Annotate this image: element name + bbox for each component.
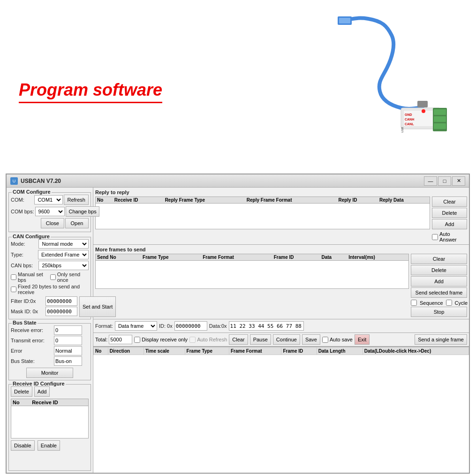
reply-col-reply-id: Reply ID bbox=[337, 197, 378, 204]
reply-buttons: Clear Delete Add Auto Answer bbox=[432, 196, 467, 242]
send-selected-frame-button[interactable]: Send selected frame bbox=[411, 287, 467, 298]
format-row: Format: Data frameRemote frame ID: 0x Da… bbox=[93, 319, 469, 333]
com-configure-label: COM Configure bbox=[12, 189, 52, 195]
send-clear-button[interactable]: Clear bbox=[411, 254, 467, 264]
auto-answer-checkbox[interactable] bbox=[432, 234, 438, 240]
receive-error-value bbox=[54, 325, 82, 335]
send-delete-button[interactable]: Delete bbox=[411, 265, 467, 275]
auto-save-checkbox[interactable] bbox=[322, 337, 328, 343]
col-frame-type: Frame Type bbox=[185, 348, 229, 355]
reply-col-frame-format: Reply Frame Format bbox=[245, 197, 337, 204]
combps-select[interactable]: 96001920038400115200 bbox=[35, 207, 65, 216]
restore-button[interactable]: □ bbox=[438, 176, 451, 186]
save-button[interactable]: Save bbox=[302, 334, 320, 345]
send-buttons: Clear Delete Add Send selected frame Seq… bbox=[411, 254, 467, 317]
auto-refresh-label: Auto Refresh bbox=[197, 337, 227, 342]
reply-col-receive-id: Receive ID bbox=[113, 197, 164, 204]
cycle-label: Cycle bbox=[455, 300, 468, 306]
close-button-com[interactable]: Close bbox=[41, 218, 64, 228]
set-start-button[interactable]: Set and Start bbox=[79, 296, 116, 317]
id-label: ID: 0x bbox=[159, 323, 173, 329]
reply-clear-button[interactable]: Clear bbox=[432, 196, 467, 207]
svg-rect-2 bbox=[417, 101, 428, 107]
transmit-error-label: Transmit error: bbox=[11, 338, 53, 343]
sequence-label: Sequence bbox=[420, 300, 443, 306]
cycle-checkbox[interactable] bbox=[446, 300, 452, 306]
send-table-area: Send No Frame Type Frame Format Frame ID… bbox=[95, 254, 467, 317]
send-col-no: Send No bbox=[96, 254, 141, 261]
svg-text:GND: GND bbox=[405, 113, 412, 116]
fixed-20bytes-checkbox[interactable] bbox=[11, 287, 16, 292]
id-input[interactable] bbox=[174, 321, 207, 331]
disable-button[interactable]: Disable bbox=[11, 440, 35, 451]
receive-id-add-button[interactable]: Add bbox=[34, 386, 50, 397]
control-row: Total: Display receive only Auto Refresh… bbox=[93, 333, 469, 347]
reply-col-no: No bbox=[96, 197, 113, 204]
mask-id-input[interactable] bbox=[45, 307, 77, 316]
combps-label: COM bps: bbox=[11, 209, 34, 214]
svg-text:CANH: CANH bbox=[405, 118, 414, 121]
send-table: Send No Frame Type Frame Format Frame ID… bbox=[95, 254, 409, 289]
can-configure-group: CAN Configure Mode: Normal modeListen mo… bbox=[8, 237, 91, 319]
refresh-button[interactable]: Refresh bbox=[64, 195, 89, 205]
window-title: USBCAN V7.20 bbox=[21, 178, 61, 184]
reply-table: No Receive ID Reply Frame Type Reply Fra… bbox=[95, 196, 430, 229]
exit-button[interactable]: Exit bbox=[355, 334, 370, 345]
manual-bps-checkbox[interactable] bbox=[11, 274, 16, 280]
receive-id-group-label: Receive ID Configure bbox=[12, 381, 66, 386]
reply-add-button[interactable]: Add bbox=[432, 219, 467, 229]
usb-device-image: GND CANH CANL USB bbox=[298, 7, 448, 149]
send-single-frame-button[interactable]: Send a single frame bbox=[415, 334, 467, 345]
svg-rect-10 bbox=[434, 116, 446, 122]
pause-button[interactable]: Pause bbox=[250, 334, 271, 345]
send-col-interval: Interval(ms) bbox=[347, 254, 408, 261]
mode-select[interactable]: Normal modeListen mode bbox=[38, 239, 89, 249]
col-direction: Direction bbox=[108, 348, 144, 355]
only-send-once-label: Only send once bbox=[57, 272, 89, 283]
data-input[interactable] bbox=[229, 321, 304, 331]
type-label: Type: bbox=[11, 252, 37, 257]
reply-col-frame-type: Reply Frame Type bbox=[164, 197, 245, 204]
reply-delete-button[interactable]: Delete bbox=[432, 208, 467, 218]
receive-id-delete-button[interactable]: Delete bbox=[11, 386, 32, 397]
open-button[interactable]: Open bbox=[65, 218, 89, 228]
enable-button[interactable]: Enable bbox=[38, 440, 60, 451]
col-data-length: Data Length bbox=[317, 348, 363, 355]
send-title: More frames to send bbox=[95, 247, 146, 252]
title-bar: U USBCAN V7.20 — □ ✕ bbox=[7, 174, 469, 188]
display-receive-only-checkbox[interactable] bbox=[134, 337, 140, 343]
canbps-select[interactable]: 100kbps125kbps250kbps500kbps1000kbps bbox=[38, 261, 89, 270]
continue-button[interactable]: Continue bbox=[273, 334, 300, 345]
minimize-button[interactable]: — bbox=[424, 176, 437, 186]
canbps-label: CAN bps: bbox=[11, 263, 38, 268]
type-select[interactable]: Standard FrameExtended Frame bbox=[38, 250, 89, 259]
fixed-20bytes-label: Fixed 20 bytes to send and receive bbox=[18, 284, 89, 295]
only-send-once-checkbox[interactable] bbox=[50, 274, 56, 280]
auto-refresh-checkbox[interactable] bbox=[189, 337, 196, 343]
data-label: Data:0x bbox=[209, 323, 227, 329]
transmit-error-value bbox=[54, 336, 82, 345]
app-content: COM Configure COM: COM1COM2COM3 Refresh … bbox=[7, 188, 469, 473]
reply-section: Reply to reply No Receive ID Reply Frame… bbox=[93, 188, 469, 245]
close-open-row: Close Open bbox=[11, 218, 89, 228]
sequence-checkbox[interactable] bbox=[411, 300, 417, 306]
close-button[interactable]: ✕ bbox=[452, 176, 465, 186]
monitor-button[interactable]: Monitor bbox=[26, 368, 73, 378]
bus-state-group: Bus State Receive error: Transmit error:… bbox=[8, 323, 91, 380]
changebps-button[interactable]: Change bps bbox=[66, 206, 99, 217]
display-receive-only-label: Display receive only bbox=[142, 337, 188, 342]
recv-col-no: No bbox=[11, 399, 30, 406]
filter-id-input[interactable] bbox=[45, 296, 77, 306]
com-label: COM: bbox=[11, 197, 33, 203]
data-table-area: No Direction Time scale Frame Type Frame… bbox=[93, 347, 469, 473]
manual-bps-label: Manual set bps bbox=[18, 272, 49, 283]
svg-text:CANL: CANL bbox=[405, 122, 414, 126]
total-input[interactable] bbox=[109, 335, 132, 344]
clear-data-button[interactable]: Clear bbox=[229, 334, 248, 345]
com-select[interactable]: COM1COM2COM3 bbox=[34, 195, 63, 204]
combps-row: COM bps: 96001920038400115200 Change bps bbox=[11, 206, 89, 217]
bus-state-group-label: Bus State bbox=[12, 320, 38, 325]
send-add-button[interactable]: Add bbox=[411, 276, 467, 287]
format-select[interactable]: Data frameRemote frame bbox=[115, 321, 157, 331]
stop-button[interactable]: Stop bbox=[411, 307, 467, 317]
